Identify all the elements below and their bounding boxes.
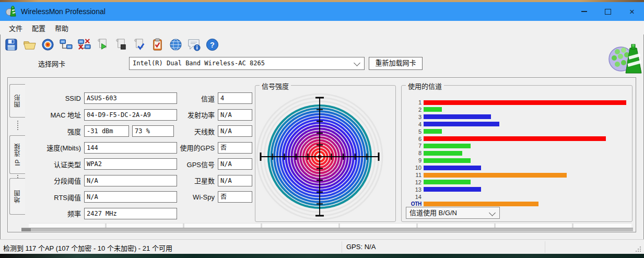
channel-usage-bar [424,100,626,105]
web-globe-icon [169,38,183,54]
resize-grip[interactable] [636,247,637,248]
feedback-button[interactable] [186,38,202,53]
svg-text:?: ? [210,40,215,49]
channel-label: 5 [406,128,421,135]
channel-label: 8 [406,150,421,156]
form-row: RTS阈值N/A [17,191,177,203]
channel-bar-row: 8 [406,150,629,156]
report-button[interactable] [149,38,165,53]
form-row: 信道4 [165,92,252,104]
channel-bar-row: 4 [406,121,629,127]
signal-strength-groupbox: 信号强度 [255,85,396,222]
field-label: 信道 [165,93,215,103]
channel-bar-row: 2 [406,107,629,113]
field-value-box: 144 [84,142,177,154]
field-value-box: 否 [218,191,252,203]
maximize-icon [605,9,611,15]
chevron-down-icon [489,209,496,216]
channel-use-combobox[interactable]: 信道使用 B/G/N [406,207,500,219]
channel-usage-bar [424,187,481,192]
minimize-icon [581,11,587,12]
target-button[interactable] [40,38,55,53]
channel-label: 13 [406,186,421,193]
status-gps-text: GPS: N/A [346,243,376,251]
channel-label: 6 [406,136,421,142]
channel-label: 4 [406,121,421,127]
channel-usage-bar [424,114,491,119]
disconnect-button[interactable] [76,38,92,53]
adapter-combobox[interactable]: Intel(R) Dual Band Wireless-AC 8265 [129,57,365,70]
open-folder-icon [22,38,37,54]
menubar: 文件 配置 帮助 [0,21,644,34]
channel-label: 10 [406,165,421,171]
field-value-box: WPA2 [84,158,177,170]
reload-adapters-button[interactable]: 重新加载网卡 [369,57,423,70]
window-title: WirelessMon Professional [21,7,106,16]
maximize-button[interactable] [596,2,620,21]
network-disconnect-icon [77,38,91,54]
channel-label: 2 [406,107,421,113]
close-button[interactable]: × [620,2,644,21]
window-controls: × [572,2,644,21]
field-label: MAC 地址 [17,110,81,120]
channel-usage-bar [424,151,462,156]
web-button[interactable] [168,38,183,53]
adapter-label: 选择网卡 [38,58,65,68]
channel-usage-bar [424,144,471,148]
form-row: MAC 地址04-D9-F5-DC-2A-A9 [17,109,177,121]
minimize-button[interactable] [572,2,596,21]
form-row: 速度(Mbits)144 [17,142,177,154]
chevron-down-icon [354,60,360,66]
horizontal-scrollbar[interactable] [21,228,633,231]
status-bar: 检测到 117 个AP (107 个加密 - 10 个未加密) - 21 个可用… [0,239,644,254]
script-run-icon [96,38,110,54]
open-button[interactable] [21,38,37,53]
script-check-icon [132,38,146,54]
save-button[interactable] [3,38,19,53]
app-icon [5,6,17,17]
field-value-box: -31 dBm [84,125,129,137]
form-row: 频率2427 MHz [17,208,177,219]
help-button[interactable]: ? [204,38,220,53]
channel-bar-row: 11 [406,172,629,178]
channel-label: 9 [406,157,421,163]
verify-log-button[interactable] [131,38,147,53]
menu-help[interactable]: 帮助 [50,21,73,34]
field-value-box: N/A [218,109,252,121]
channel-usage-bar [424,158,471,163]
signal-strength-gauge [255,86,395,221]
stop-log-button[interactable] [113,38,128,53]
script-stop-icon [114,38,128,54]
summary-panel: 图形IP 连接地图 SSIDASUS-603MAC 地址04-D9-F5-DC-… [7,77,636,232]
field-label: 分段阈值 [17,175,81,185]
menu-config[interactable]: 配置 [27,21,50,34]
help-icon: ? [205,38,219,54]
ap-list-header-strip [29,223,631,228]
field-label: GPS信号 [165,159,215,169]
form-row: 分段阈值N/A [17,175,177,186]
adapter-selected-value: Intel(R) Dual Band Wireless-AC 8265 [133,60,265,67]
status-separator [342,241,342,253]
form-row: 强度-31 dBm73 % [17,125,174,137]
field-label: 速度(Mbits) [17,143,81,153]
channel-usage-bar [424,129,442,134]
report-check-icon [150,38,165,54]
field-label: 卫星数 [165,175,215,185]
connect-button[interactable] [58,38,74,53]
form-row: 认证类型WPA2 [17,158,177,170]
field-value-box: ASUS-603 [84,92,177,104]
channel-label: 7 [406,143,421,149]
channel-bar-row: 3 [406,114,629,120]
field-label: 认证类型 [17,159,81,169]
menu-file[interactable]: 文件 [4,21,27,34]
field-label: SSID [17,95,81,102]
status-detect-text: 检测到 117 个AP (107 个加密 - 10 个未加密) - 21 个可用 [3,243,341,253]
form-row: 使用的GPS否 [165,142,252,154]
run-log-button[interactable] [95,38,110,53]
feedback-info-icon [187,38,201,54]
desktop-edge-bottom [0,254,644,258]
scrollbar-thumb[interactable] [21,228,31,231]
close-icon: × [629,7,635,16]
channel-bar-row: 5 [406,128,629,135]
form-row: 天线数N/A [165,125,252,137]
